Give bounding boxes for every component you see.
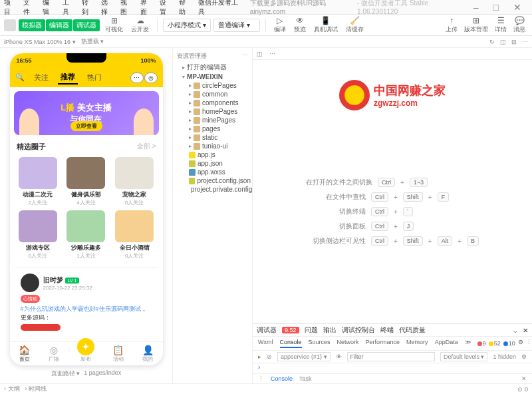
post-avatar[interactable]: [21, 274, 39, 292]
devtools-tab[interactable]: AppData: [435, 339, 458, 348]
banner-button[interactable]: 立即查看: [70, 121, 102, 131]
more-icon[interactable]: ⋯: [269, 51, 275, 57]
circle-item[interactable]: 沙雕乐趣多 1人关注: [63, 210, 109, 260]
menu-item[interactable]: 选择: [101, 0, 114, 17]
context-select[interactable]: appservice (#1) ▾: [277, 352, 331, 361]
message-icon[interactable]: 💬消息: [511, 15, 528, 35]
side-tab[interactable]: 代码质量: [399, 325, 426, 335]
menu-item[interactable]: 文件: [23, 0, 36, 17]
tree-item[interactable]: pages: [174, 124, 251, 133]
avatar[interactable]: [4, 19, 16, 31]
menu-item[interactable]: 编辑: [43, 0, 55, 17]
timeline-tab[interactable]: › 时间线: [25, 385, 47, 393]
status-icon[interactable]: ⊙ 0: [517, 386, 528, 393]
remote-debug-icon[interactable]: 📱真机调试: [311, 15, 340, 35]
capsule-menu-icon[interactable]: ⋯: [130, 73, 144, 83]
tree-item[interactable]: project.private.config.js...: [174, 185, 251, 194]
tree-item[interactable]: homePages: [174, 107, 251, 116]
post-content[interactable]: #为什么玩游戏的人学霸也好#佳乐源码网测试，更多源码：: [21, 305, 152, 322]
eye-icon[interactable]: 👁: [336, 353, 342, 360]
sim-action-icon[interactable]: ↻: [489, 39, 495, 45]
minimize-icon[interactable]: –: [473, 2, 479, 13]
preview-icon[interactable]: 👁预览: [291, 15, 309, 35]
levels-select[interactable]: Default levels ▾: [440, 352, 488, 361]
visual-icon[interactable]: ⊞可视化: [102, 15, 126, 35]
close-icon[interactable]: ✕: [513, 2, 521, 13]
version-icon[interactable]: ⊞版本管理: [462, 15, 491, 35]
menu-item[interactable]: 设置: [160, 0, 172, 17]
project-root[interactable]: MP-WEIXIN: [174, 73, 251, 81]
tree-item[interactable]: static: [174, 133, 251, 142]
upload-icon[interactable]: ↑上传: [443, 15, 460, 35]
devtools-tab[interactable]: Memory: [406, 339, 428, 348]
mode-select[interactable]: 小程序模式 ▾: [163, 19, 211, 32]
explorer-more-icon[interactable]: ⋯: [242, 52, 248, 61]
tree-item[interactable]: tuniao-ui: [174, 142, 251, 150]
search-icon[interactable]: 🔍: [15, 73, 25, 82]
clear-cache-icon[interactable]: 🧹清缓存: [343, 15, 366, 35]
tab-hot[interactable]: 热门: [84, 71, 104, 84]
compile-icon[interactable]: ▷编译: [271, 15, 289, 35]
tree-item[interactable]: common: [174, 90, 251, 98]
tree-item[interactable]: components: [174, 98, 251, 107]
menu-item[interactable]: 项目: [4, 0, 17, 17]
theme-select[interactable]: 热重载 ▾: [81, 37, 104, 46]
clear-console-icon[interactable]: ⊘: [267, 353, 272, 360]
side-tab[interactable]: 终端: [380, 325, 394, 335]
devtools-more-icon[interactable]: ⋮: [526, 339, 532, 348]
drawer-tab[interactable]: Task: [299, 375, 312, 382]
devtools-tab[interactable]: Network: [337, 339, 359, 348]
gear-icon[interactable]: ⚙: [518, 339, 523, 348]
devtools-tab-console[interactable]: Console: [280, 339, 302, 348]
simulator-button[interactable]: 模拟器: [19, 19, 45, 31]
post-user[interactable]: 旧时梦: [43, 276, 63, 284]
maximize-icon[interactable]: □: [493, 2, 499, 13]
capsule-close-icon[interactable]: ◎: [144, 73, 158, 83]
details-icon[interactable]: ☰详情: [492, 15, 509, 35]
gear-icon[interactable]: ⚙: [521, 353, 527, 360]
devtools-tab[interactable]: Performance: [366, 339, 400, 348]
compile-select[interactable]: 普通编译 ▾: [213, 19, 260, 32]
tab-follow[interactable]: 关注: [31, 71, 51, 84]
console-sidebar-icon[interactable]: ▸: [258, 353, 261, 360]
tree-item[interactable]: project.config.json: [174, 176, 251, 185]
sim-action-icon[interactable]: ⊟: [511, 39, 517, 45]
filter-input[interactable]: [347, 352, 435, 361]
circle-item[interactable]: 健身俱乐部 4人关注: [63, 157, 109, 206]
page-path-select[interactable]: 页面路径 ▾: [51, 369, 80, 378]
section-more[interactable]: 全部 >: [137, 142, 156, 152]
debugger-button[interactable]: 调试器: [73, 19, 100, 31]
console-drawer-icon[interactable]: ⋮: [258, 375, 264, 382]
devtools-tab[interactable]: Sources: [309, 339, 331, 348]
device-select[interactable]: iPhone XS Max 100% 16 ▾: [4, 39, 76, 45]
side-tab[interactable]: 调试控制台: [342, 325, 375, 335]
bottombar-item[interactable]: ◎ 广场: [49, 345, 59, 363]
tree-item[interactable]: app.js: [174, 150, 251, 159]
banner[interactable]: L播 美女主播 与你同在 立即查看: [14, 91, 159, 135]
editor-button[interactable]: 编辑器: [46, 19, 72, 31]
sim-action-icon[interactable]: ⋯: [522, 39, 528, 45]
bottombar-item[interactable]: ✦ 发布: [77, 345, 94, 363]
circle-item[interactable]: 游戏专区 0人关注: [15, 210, 61, 260]
circle-item[interactable]: 全日小酒馆 0人关注: [112, 210, 158, 260]
hidden-count[interactable]: 1 hidden: [493, 353, 516, 360]
tree-item[interactable]: app.json: [174, 159, 251, 168]
tree-item[interactable]: app.wxss: [174, 168, 251, 176]
devtools-tab-more[interactable]: ≫: [465, 339, 471, 348]
menu-item[interactable]: 帮助: [179, 0, 192, 17]
tab-recommend[interactable]: 推荐: [58, 71, 78, 85]
devtools-tab[interactable]: Wxml: [258, 339, 273, 348]
drawer-tab[interactable]: Console: [271, 375, 293, 382]
bottombar-item[interactable]: 👤 我的: [142, 345, 154, 363]
bottombar-item[interactable]: 🏠 首页: [19, 345, 30, 363]
cloud-icon[interactable]: ☁云开发: [128, 15, 152, 35]
circle-item[interactable]: 宠物之家 0人关注: [112, 157, 158, 206]
bottombar-item[interactable]: 📋 活动: [112, 345, 124, 363]
panel-collapse-icon[interactable]: ⌵: [513, 327, 517, 334]
open-editors[interactable]: 打开的编辑器: [174, 62, 251, 73]
tree-item[interactable]: circlePages: [174, 81, 251, 90]
menu-item[interactable]: 微信开发者工具: [198, 0, 243, 17]
tree-item[interactable]: minePages: [174, 116, 251, 124]
side-tab[interactable]: 输出: [323, 325, 336, 335]
menu-item[interactable]: 界面: [140, 0, 153, 17]
